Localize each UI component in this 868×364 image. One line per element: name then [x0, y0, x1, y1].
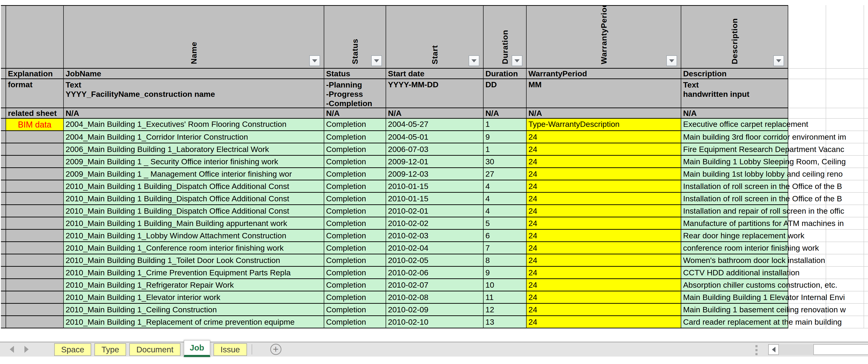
cell-name[interactable]: 2010_Main Building 1_Replacement of crim…: [64, 316, 324, 328]
stub-cell[interactable]: [1, 168, 6, 180]
cell-start[interactable]: 2004-05-01: [386, 131, 484, 143]
cell-description[interactable]: Installation of roll screen in the Offic…: [681, 180, 788, 193]
format-status[interactable]: -Planning -Progress -Completion: [324, 79, 386, 108]
cell-status[interactable]: Completion: [324, 119, 386, 131]
cell-status[interactable]: Completion: [324, 267, 386, 279]
cell-warranty[interactable]: 24: [527, 230, 681, 242]
cell-duration[interactable]: 1: [484, 143, 527, 156]
field-name-warranty[interactable]: WarrantyPeriod: [527, 69, 681, 79]
row-label-cell[interactable]: [6, 143, 64, 156]
cell-start[interactable]: 2006-07-03: [386, 143, 484, 156]
empty-cell[interactable]: [864, 193, 868, 205]
row-label-cell[interactable]: [6, 180, 64, 193]
cell-description[interactable]: Manufacture of partitions for ATM machin…: [681, 217, 788, 230]
explanation-label[interactable]: Explanation: [6, 69, 64, 79]
sheet-tab-issue[interactable]: Issue: [214, 343, 247, 356]
filter-dropdown-icon[interactable]: [666, 55, 677, 66]
format-description[interactable]: Text handwritten input: [681, 79, 788, 108]
cell-description[interactable]: Main Building 1 basement ceiling renovat…: [681, 304, 788, 316]
filter-dropdown-icon[interactable]: [773, 55, 784, 66]
cell-description[interactable]: Fire Equipment Research Department Vacan…: [681, 143, 788, 156]
cell-start[interactable]: 2004-05-27: [386, 119, 484, 131]
cell-description[interactable]: Absorption chiller customs construction,…: [681, 279, 788, 292]
row-label-cell[interactable]: [6, 193, 64, 205]
header-cell-warrantyperiod[interactable]: WarrantyPeriod: [527, 5, 681, 69]
filter-dropdown-icon[interactable]: [512, 55, 522, 66]
field-name-start[interactable]: Start date: [386, 69, 484, 79]
stub-cell[interactable]: [1, 5, 6, 69]
cell-duration[interactable]: 9: [484, 267, 527, 279]
empty-cell[interactable]: [864, 230, 868, 242]
cell-description[interactable]: Main Building 1 Lobby Sleeping Room, Cei…: [681, 156, 788, 168]
cell-warranty[interactable]: 24: [527, 131, 681, 143]
cell-duration[interactable]: 1: [484, 119, 527, 131]
cell-duration[interactable]: 4: [484, 205, 527, 217]
cell-status[interactable]: Completion: [324, 304, 386, 316]
sheet-tab-type[interactable]: Type: [94, 343, 126, 356]
cell-description[interactable]: Main building 1st lobby lobby and ceilin…: [681, 168, 788, 180]
cell-name[interactable]: 2010_Main Building 1_Crime Prevention Eq…: [64, 267, 324, 279]
filter-dropdown-icon[interactable]: [469, 55, 479, 66]
cell-status[interactable]: Completion: [324, 205, 386, 217]
cell-start[interactable]: 2010-02-04: [386, 242, 484, 254]
stub-cell[interactable]: [1, 193, 6, 205]
cell-description[interactable]: Installation of roll screen in the Offic…: [681, 193, 788, 205]
cell-status[interactable]: Completion: [324, 180, 386, 193]
stub-cell[interactable]: [1, 205, 6, 217]
cell-status[interactable]: Completion: [324, 242, 386, 254]
row-label-cell[interactable]: [6, 316, 64, 328]
field-name-jobname[interactable]: JobName: [64, 69, 324, 79]
header-cell-start[interactable]: Start: [386, 5, 484, 69]
cell-description[interactable]: CCTV HDD additional installation: [681, 267, 788, 279]
stub-cell[interactable]: [1, 304, 6, 316]
empty-cell[interactable]: [826, 267, 864, 279]
cell-name[interactable]: 2010_Main Building Building 1_Toilet Doo…: [64, 254, 324, 267]
cell-start[interactable]: 2009-12-03: [386, 168, 484, 180]
header-cell-description[interactable]: Description: [681, 5, 788, 69]
cell-duration[interactable]: 11: [484, 292, 527, 304]
empty-cell[interactable]: [826, 69, 864, 79]
cell-description[interactable]: Women's bathroom door lock installation: [681, 254, 788, 267]
stub-cell[interactable]: [1, 217, 6, 230]
row-label-cell[interactable]: [6, 279, 64, 292]
row-label-cell[interactable]: [6, 156, 64, 168]
empty-cell[interactable]: [864, 108, 868, 119]
filter-dropdown-icon[interactable]: [371, 55, 382, 66]
cell-warranty[interactable]: 24: [527, 267, 681, 279]
cell-duration[interactable]: 7: [484, 242, 527, 254]
tab-scroll-left-icon[interactable]: [10, 346, 14, 353]
row-label-cell[interactable]: [6, 205, 64, 217]
header-cell-status[interactable]: Status: [324, 5, 386, 69]
cell-start[interactable]: 2010-02-07: [386, 279, 484, 292]
stub-cell[interactable]: [1, 79, 6, 108]
format-warranty[interactable]: MM: [527, 79, 681, 108]
sheet-tab-job[interactable]: Job: [184, 340, 210, 357]
cell-status[interactable]: Completion: [324, 143, 386, 156]
row-label-cell[interactable]: [6, 230, 64, 242]
related-label[interactable]: related sheet: [6, 108, 64, 119]
cell-warranty[interactable]: 24: [527, 242, 681, 254]
empty-cell[interactable]: [864, 254, 868, 267]
tab-scroll-right-icon[interactable]: [24, 346, 29, 353]
cell-status[interactable]: Completion: [324, 168, 386, 180]
format-duration[interactable]: DD: [484, 79, 527, 108]
cell-status[interactable]: Completion: [324, 131, 386, 143]
cell-description[interactable]: Main building 3rd floor corridor environ…: [681, 131, 788, 143]
field-name-status[interactable]: Status: [324, 69, 386, 79]
cell-warranty[interactable]: 24: [527, 279, 681, 292]
empty-cell[interactable]: [864, 156, 868, 168]
empty-cell[interactable]: [826, 119, 864, 131]
cell-status[interactable]: Completion: [324, 217, 386, 230]
stub-cell[interactable]: [1, 242, 6, 254]
cell-warranty[interactable]: 24: [527, 180, 681, 193]
cell-status[interactable]: Completion: [324, 193, 386, 205]
cell-duration[interactable]: 4: [484, 180, 527, 193]
cell-start[interactable]: 2009-12-01: [386, 156, 484, 168]
cell-name[interactable]: 2010_Main Building 1_Conference room int…: [64, 242, 324, 254]
stub-cell[interactable]: [1, 108, 6, 119]
stub-cell[interactable]: [1, 131, 6, 143]
field-name-duration[interactable]: Duration: [484, 69, 527, 79]
resize-grip-icon[interactable]: [755, 345, 757, 355]
cell-name[interactable]: 2006_Main Building Building 1_Laboratory…: [64, 143, 324, 156]
cell-warranty[interactable]: 24: [527, 217, 681, 230]
